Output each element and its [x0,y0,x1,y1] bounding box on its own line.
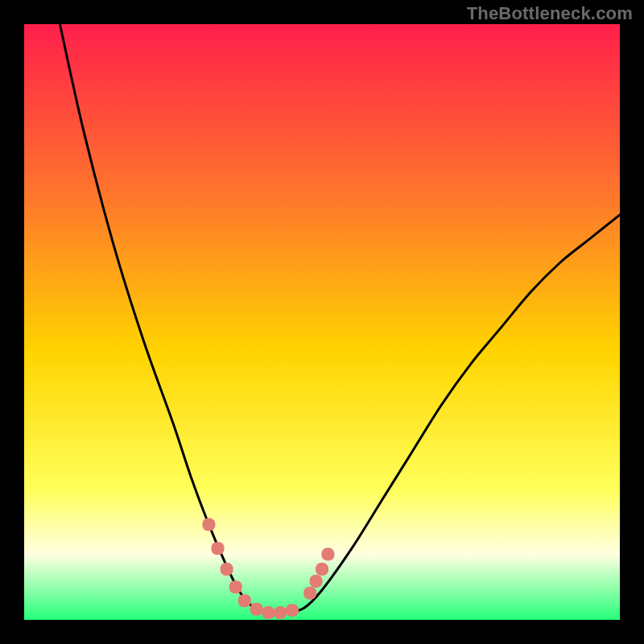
chart-frame: TheBottleneck.com [0,0,644,644]
watermark-text: TheBottleneck.com [467,3,633,24]
curve-marker [310,575,323,588]
curve-marker [250,603,263,616]
curve-marker [238,594,251,607]
curve-marker [221,563,233,576]
curve-marker [303,587,316,600]
plot-area [24,24,620,620]
bottleneck-curve [60,24,620,613]
curve-marker [229,580,242,593]
curve-marker [286,604,299,617]
curve-marker [202,518,215,531]
curve-marker [212,542,225,555]
curve-markers [202,518,334,620]
chart-curve-layer [24,24,620,620]
curve-marker [274,606,287,619]
curve-marker [316,563,328,576]
curve-marker [321,548,334,561]
curve-marker [262,606,275,619]
